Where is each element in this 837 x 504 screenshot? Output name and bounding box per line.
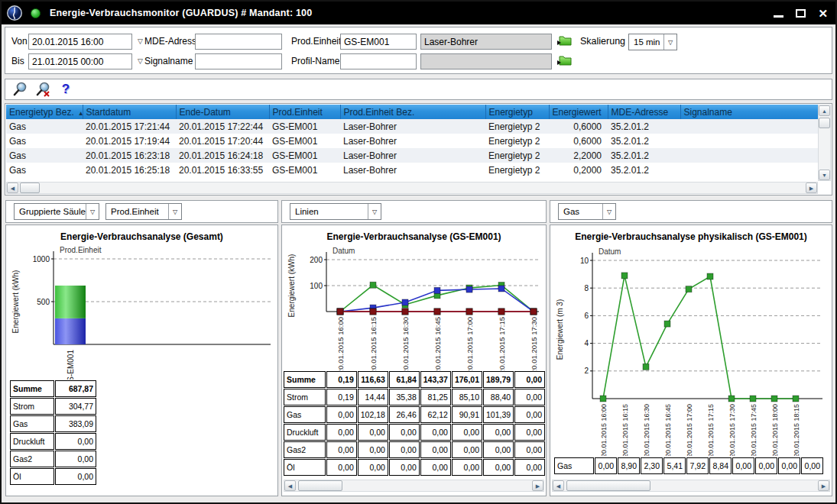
scrollbar-thumb[interactable] <box>566 480 650 491</box>
signalname-input[interactable] <box>195 53 282 69</box>
clear-search-button[interactable] <box>34 81 51 98</box>
grid-row[interactable]: Gas20.01.2015 17:19:4420.01.2015 17:20:4… <box>6 134 818 148</box>
svg-text:500: 500 <box>37 298 50 306</box>
scroll-down-icon[interactable]: ▼ <box>819 170 830 180</box>
prod-einheit-browse-folder-icon[interactable] <box>556 34 572 47</box>
grid-column-header[interactable]: Energietyp Bez.▲ <box>6 105 83 119</box>
chart-table-cell: 0,00 <box>514 459 545 476</box>
profil-browse-folder-icon[interactable] <box>556 54 572 67</box>
grid-row[interactable]: Gas20.01.2015 16:25:1820.01.2015 16:33:5… <box>6 163 818 177</box>
grid-cell: Laser-Bohrer <box>340 148 485 163</box>
grid-column-header[interactable]: MDE-Adresse <box>608 105 680 119</box>
grid-row[interactable]: Gas20.01.2015 16:23:1820.01.2015 16:24:1… <box>6 148 818 163</box>
scroll-up-icon[interactable]: ▲ <box>819 105 830 116</box>
von-dropdown-icon[interactable]: ▽ <box>138 34 143 50</box>
grid-cell: 20.01.2015 16:33:55 <box>176 163 269 177</box>
grid-column-header[interactable]: Energietyp <box>485 105 549 119</box>
chart-table-cell: 0,00 <box>326 406 357 423</box>
svg-text:Energiewert (kWh): Energiewert (kWh) <box>287 254 296 318</box>
panel-gesamt-header: Gruppierte Säulen ▽ Prod.Einheit ▽ <box>5 200 278 223</box>
chart-table-cell: 0,00 <box>326 441 357 458</box>
panel-horizontal-scrollbar[interactable]: ◀ ▶ <box>552 480 830 492</box>
svg-text:4: 4 <box>584 339 589 347</box>
scrollbar-thumb[interactable] <box>298 480 342 491</box>
grid-column-header[interactable]: Prod.Einheit <box>269 105 340 119</box>
chart-type-dropdown[interactable]: Linien ▽ <box>290 203 381 220</box>
scroll-right-icon[interactable]: ▶ <box>532 480 543 491</box>
chart-table-cell: 0,00 <box>483 424 514 441</box>
grouping-dropdown[interactable]: Prod.Einheit ▽ <box>105 203 182 220</box>
minimize-button[interactable] <box>774 15 783 18</box>
bis-dropdown-icon[interactable]: ▽ <box>138 53 143 69</box>
help-button[interactable]: ? <box>57 81 74 98</box>
scroll-left-icon[interactable]: ◀ <box>284 480 296 491</box>
chart-table-cell: 5,41 <box>663 457 686 474</box>
chart-table-cell: 0,00 <box>514 441 545 458</box>
grid-horizontal-scrollbar[interactable]: ◀ ▶ <box>6 182 818 194</box>
profil-name-label: Profil-Name <box>291 53 339 69</box>
grid-vertical-scrollbar[interactable]: ▲ ▼ <box>818 105 831 181</box>
prod-einheit-input[interactable] <box>340 34 417 50</box>
series-label: Strom <box>284 389 326 405</box>
chart-type-dropdown[interactable]: Gruppierte Säulen ▽ <box>14 203 99 220</box>
grid-cell: 35.2.01.2 <box>608 148 680 163</box>
grouping-value: Prod.Einheit <box>106 207 168 216</box>
chart-table-cell: 0,00 <box>358 459 388 476</box>
grid-column-header[interactable]: Signalname <box>680 105 818 119</box>
sort-ascending-icon: ▲ <box>78 110 83 117</box>
energy-type-dropdown[interactable]: Gas ▽ <box>558 203 616 220</box>
chart-table-cell: 0,00 <box>358 424 388 441</box>
titlebar: Energie-Verbrauchsmonitor (GUARDUS) # Ma… <box>2 2 835 24</box>
mde-adresse-input[interactable] <box>195 34 282 50</box>
grid-cell: 20.01.2015 17:20:44 <box>176 134 269 148</box>
von-input[interactable] <box>28 34 132 50</box>
series-label: Druckluft <box>284 424 326 441</box>
chart-table-cell: 0,00 <box>358 441 388 458</box>
scroll-right-icon[interactable]: ▶ <box>818 480 829 491</box>
values-table: Summe0,19116,6361,84143,37176,01189,790,… <box>283 370 546 477</box>
grid-column-header[interactable]: Energiewert <box>549 105 608 119</box>
close-button[interactable]: ✕ <box>818 8 828 19</box>
chart-table-cell: 8,90 <box>618 457 640 474</box>
grid-column-header[interactable]: Startdatum <box>83 105 176 119</box>
chart-table-cell: 0,00 <box>514 406 545 423</box>
chart-table-cell: 0,00 <box>389 459 420 476</box>
chart-table-cell: 62,12 <box>420 406 451 423</box>
grid-row[interactable]: Gas20.01.2015 17:21:4420.01.2015 17:22:4… <box>6 119 818 134</box>
grid-cell: 20.01.2015 17:21:44 <box>83 119 176 134</box>
svg-text:20.01.2015 17:00: 20.01.2015 17:00 <box>686 404 693 456</box>
chart-table-cell: 61,84 <box>389 371 420 388</box>
chevron-down-icon: ▽ <box>168 204 181 219</box>
search-button[interactable] <box>11 81 28 98</box>
scroll-right-icon[interactable]: ▶ <box>806 183 817 193</box>
profil-name-input[interactable] <box>340 53 417 69</box>
scrollbar-thumb[interactable] <box>819 118 830 128</box>
grid-column-header[interactable]: Prod.Einheit Bez. <box>340 105 485 119</box>
result-grid: Energietyp Bez.▲StartdatumEnde-DatumProd… <box>6 105 818 181</box>
svg-text:Energiewert (kWh): Energiewert (kWh) <box>11 270 20 334</box>
grid-column-header[interactable]: Ende-Datum <box>176 105 269 119</box>
maximize-button[interactable] <box>796 9 806 18</box>
scroll-left-icon[interactable]: ◀ <box>553 480 564 491</box>
grid-cell: 20.01.2015 17:22:44 <box>176 119 269 134</box>
chevron-down-icon: ▽ <box>368 204 381 219</box>
grid-cell: GS-EM001 <box>269 119 340 134</box>
window-title: Energie-Verbrauchsmonitor (GUARDUS) # Ma… <box>50 8 312 18</box>
grid-cell: 35.2.01.2 <box>608 119 680 134</box>
scroll-left-icon[interactable]: ◀ <box>7 183 18 193</box>
chart-table-cell: 35,38 <box>389 389 420 405</box>
grid-cell: 35.2.01.2 <box>608 134 680 148</box>
chart-table-cell: 0,00 <box>55 468 96 485</box>
chevron-down-icon: ▽ <box>663 34 676 50</box>
panel-horizontal-scrollbar[interactable]: ◀ ▶ <box>284 480 544 492</box>
help-icon: ? <box>62 82 70 97</box>
search-icon <box>11 81 28 98</box>
grid-cell: 20.01.2015 17:19:44 <box>83 134 176 148</box>
scrollbar-thumb[interactable] <box>20 183 40 193</box>
chart-table-cell: 0,00 <box>514 424 545 441</box>
mde-adresse-label: MDE-Adresse <box>144 34 202 50</box>
skalierung-dropdown[interactable]: 15 min ▽ <box>628 34 677 50</box>
profil-name-bez-field <box>420 53 552 69</box>
chart-table-cell: 0,00 <box>514 389 545 405</box>
bis-input[interactable] <box>28 53 132 69</box>
